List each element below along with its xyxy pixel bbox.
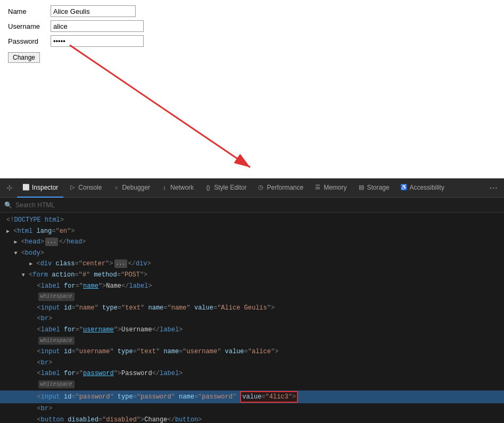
html-line-br-3: <br> — [0, 403, 504, 414]
html-line-whitespace-3: whitespace — [0, 379, 504, 391]
html-line-br-1: <br> — [0, 313, 504, 324]
html-line-whitespace-1: whitespace — [0, 291, 504, 303]
html-line-label-password: <label for="password">Password</label> — [0, 368, 504, 379]
html-line-br-2: <br> — [0, 357, 504, 369]
change-button[interactable]: Change — [8, 52, 40, 63]
search-icon: 🔍 — [4, 201, 12, 209]
style-editor-icon: {} — [204, 184, 212, 191]
password-row: Password — [8, 35, 496, 47]
html-line-form: ▼ <form action="#" method="POST"> — [0, 270, 504, 281]
tab-style-editor-label: Style Editor — [214, 184, 246, 191]
inspector-icon: ⬜ — [22, 184, 30, 191]
memory-icon: ☰ — [314, 184, 321, 191]
html-line-input-username: <input id="username" type="text" name="u… — [0, 346, 504, 357]
tab-performance[interactable]: ◷ Performance — [252, 178, 309, 198]
performance-icon: ◷ — [257, 184, 265, 191]
tab-pick-element[interactable]: ⊹ — [2, 178, 17, 198]
devtools-toolbar: ⊹ ⬜ Inspector ▷ Console ○ Debugger ↕ Net… — [0, 178, 504, 198]
tab-performance-label: Performance — [267, 184, 303, 191]
tab-accessibility[interactable]: ♿ Accessibility — [395, 178, 450, 198]
tab-console[interactable]: ▷ Console — [63, 178, 107, 198]
username-label: Username — [8, 22, 51, 30]
name-input[interactable] — [51, 5, 136, 17]
devtools-panel: ⊹ ⬜ Inspector ▷ Console ○ Debugger ↕ Net… — [0, 178, 504, 423]
html-search-bar: 🔍 — [0, 198, 504, 213]
html-line-body-open: ▼ <body> — [0, 248, 504, 259]
tab-storage[interactable]: ▤ Storage — [352, 178, 395, 198]
console-icon: ▷ — [69, 184, 76, 191]
html-line-button: <button disabled="disabled">Change</butt… — [0, 414, 504, 423]
name-label: Name — [8, 7, 51, 15]
tab-network[interactable]: ↕ Network — [155, 178, 199, 198]
tab-console-label: Console — [78, 184, 102, 191]
overflow-button[interactable]: ⋯ — [485, 183, 502, 193]
html-inspector-panel[interactable]: <!DOCTYPE html> ▶ <html lang="en"> ▶ <he… — [0, 213, 504, 423]
tab-memory[interactable]: ☰ Memory — [309, 178, 352, 198]
username-input[interactable] — [51, 20, 144, 32]
html-line-head: ▶ <head>...</head> — [0, 237, 504, 248]
html-line-label-name: <label for="name">Name</label> — [0, 281, 504, 292]
change-button-row: Change — [8, 50, 496, 63]
username-row: Username — [8, 20, 496, 32]
tab-debugger[interactable]: ○ Debugger — [107, 178, 155, 198]
html-line-doctype: <!DOCTYPE html> — [0, 215, 504, 226]
tab-storage-label: Storage — [367, 184, 390, 191]
svg-line-1 — [70, 45, 250, 167]
html-line-html: ▶ <html lang="en"> — [0, 226, 504, 237]
tab-debugger-label: Debugger — [122, 184, 150, 191]
html-line-input-password: <input id="password" type="password" nam… — [0, 391, 504, 404]
html-line-div-center: ▶ <div class="center">...</div> — [0, 258, 504, 270]
tab-memory-label: Memory — [324, 184, 346, 191]
browser-page: Name Username Password Change — [0, 0, 504, 178]
password-label: Password — [8, 37, 51, 45]
storage-icon: ▤ — [358, 184, 365, 191]
accessibility-icon: ♿ — [400, 184, 408, 191]
html-line-whitespace-2: whitespace — [0, 336, 504, 347]
password-input[interactable] — [51, 35, 144, 47]
tab-network-label: Network — [170, 184, 194, 191]
network-icon: ↕ — [161, 184, 168, 191]
tab-accessibility-label: Accessibility — [410, 184, 444, 191]
tab-style-editor[interactable]: {} Style Editor — [199, 178, 252, 198]
html-search-input[interactable] — [15, 201, 122, 209]
html-line-label-username: <label for="username">Username</label> — [0, 324, 504, 336]
tab-inspector-label: Inspector — [32, 184, 58, 191]
name-row: Name — [8, 5, 496, 17]
tab-inspector[interactable]: ⬜ Inspector — [17, 178, 63, 198]
html-line-input-name: <input id="name" type="text" name="name"… — [0, 303, 504, 314]
debugger-icon: ○ — [112, 184, 120, 191]
